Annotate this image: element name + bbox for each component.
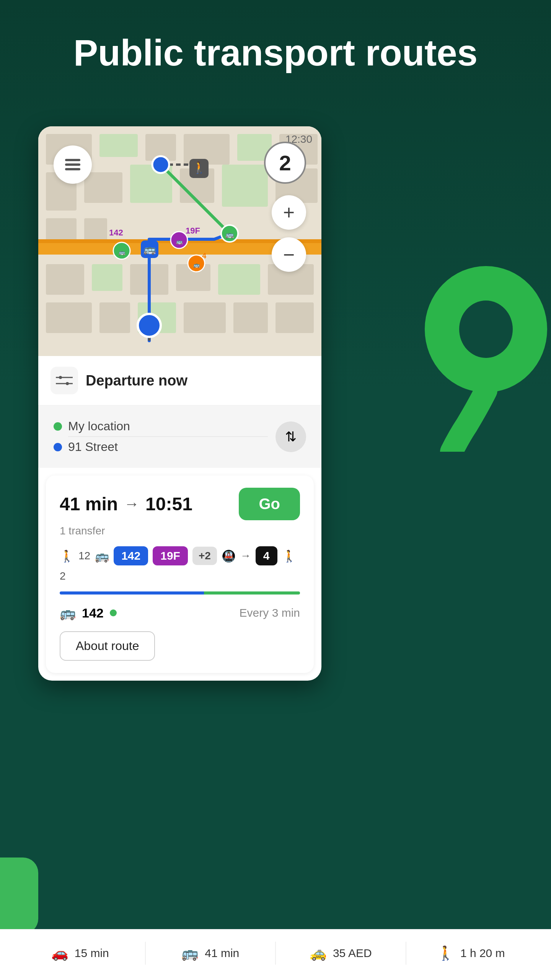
walk-minutes-2: 2 — [60, 570, 66, 582]
route-count-badge[interactable]: 2 — [264, 142, 306, 184]
from-label: My location — [68, 419, 130, 433]
svg-point-50 — [138, 314, 161, 337]
zoom-in-button[interactable]: + — [272, 195, 306, 230]
route-steps: 🚶 12 🚌 142 19F +2 🚇 → 4 🚶 2 — [60, 546, 300, 582]
filter-icon — [56, 372, 73, 389]
to-label: 91 Street — [68, 440, 118, 454]
bus-frequency: Every 3 min — [240, 606, 300, 619]
page-title: Public transport routes — [8, 31, 543, 75]
svg-text:🚌: 🚌 — [193, 262, 200, 268]
svg-point-34 — [152, 156, 169, 173]
svg-text:142: 142 — [109, 228, 123, 237]
zoom-out-button[interactable]: − — [272, 237, 306, 272]
map-area[interactable]: 🚶 🚌 🚌 142 🚌 19F 🚌 4 🚌 — [38, 126, 321, 356]
progress-green — [204, 591, 300, 595]
svg-rect-20 — [92, 264, 122, 291]
svg-rect-51 — [65, 159, 80, 161]
main-card: 🚶 🚌 🚌 142 🚌 19F 🚌 4 🚌 — [38, 126, 321, 681]
bus-info-row: 🚌 142 Every 3 min — [60, 605, 300, 621]
svg-rect-4 — [99, 134, 138, 157]
from-dot — [54, 422, 62, 431]
svg-rect-53 — [65, 168, 80, 170]
about-route-button[interactable]: About route — [60, 631, 155, 661]
bottom-nav: 🚗 15 min 🚌 41 min 🚕 35 AED 🚶 1 h 20 m — [0, 929, 551, 980]
nav-walk[interactable]: 🚶 1 h 20 m — [406, 945, 536, 961]
svg-text:🚶: 🚶 — [192, 161, 207, 175]
svg-rect-15 — [46, 218, 77, 241]
svg-rect-10 — [84, 172, 122, 203]
walk-time: 1 h 20 m — [460, 947, 505, 960]
svg-text:🚌: 🚌 — [143, 243, 156, 255]
walk-icon-2: 🚶 — [282, 549, 296, 563]
svg-rect-29 — [233, 302, 268, 333]
route-arrow: → — [124, 495, 139, 513]
svg-rect-25 — [46, 302, 92, 333]
svg-rect-26 — [99, 302, 130, 333]
svg-rect-13 — [222, 165, 268, 207]
location-row: My location 91 Street ⇅ — [38, 405, 321, 468]
progress-blue — [60, 591, 204, 595]
taxi-cost: 35 AED — [333, 947, 372, 960]
location-to[interactable]: 91 Street — [54, 437, 268, 457]
svg-text:19F: 19F — [186, 226, 200, 235]
green-squiggle-decoration — [0, 858, 38, 934]
nav-car[interactable]: 🚗 15 min — [15, 945, 145, 961]
location-from[interactable]: My location — [54, 416, 268, 436]
location-info: My location 91 Street — [54, 416, 268, 457]
bus-icon-info: 🚌 — [60, 605, 76, 621]
duration-value: 41 min — [60, 493, 118, 514]
bus-badge-142: 142 — [114, 546, 148, 565]
route-duration: 41 min → 10:51 — [60, 493, 192, 514]
green-pin-decoration — [406, 253, 551, 452]
departure-label[interactable]: Departure now — [86, 372, 187, 389]
svg-text:🚌: 🚌 — [119, 249, 126, 256]
map-layer-button[interactable] — [54, 145, 92, 184]
bus-line-number: 142 — [82, 606, 104, 621]
svg-rect-16 — [84, 218, 107, 241]
go-button[interactable]: Go — [239, 488, 300, 520]
route-arrival: 10:51 — [145, 493, 192, 514]
svg-rect-30 — [276, 302, 314, 333]
plus-more-badge: +2 — [192, 547, 217, 565]
svg-rect-28 — [184, 302, 226, 333]
filter-button[interactable] — [51, 367, 78, 394]
bus-icon-nav: 🚌 — [181, 945, 199, 961]
bus-badge-4: 4 — [256, 546, 277, 565]
swap-locations-button[interactable]: ⇅ — [276, 421, 306, 452]
bus-icon-1: 🚌 — [95, 549, 109, 563]
layers-icon — [63, 155, 82, 174]
car-icon: 🚗 — [51, 945, 68, 961]
to-dot — [54, 443, 62, 451]
car-time: 15 min — [75, 947, 109, 960]
bus-active-dot — [110, 609, 117, 616]
page-header: Public transport routes — [0, 0, 551, 90]
departure-bar: Departure now — [38, 356, 321, 405]
walk-minutes-1: 12 — [78, 550, 90, 562]
bus-info-left: 🚌 142 — [60, 605, 117, 621]
svg-point-57 — [66, 382, 69, 385]
route-time-row: 41 min → 10:51 Go — [60, 488, 300, 520]
route-progress-bar — [60, 591, 300, 595]
walk-icon-nav: 🚶 — [437, 945, 454, 961]
bus-badge-19f: 19F — [153, 546, 188, 565]
taxi-icon: 🚕 — [310, 945, 327, 961]
svg-point-1 — [459, 301, 513, 358]
nav-taxi[interactable]: 🚕 35 AED — [276, 945, 406, 961]
svg-point-54 — [59, 376, 62, 379]
svg-rect-19 — [46, 264, 84, 295]
route-card: 41 min → 10:51 Go 1 transfer 🚶 12 🚌 142 … — [46, 475, 314, 673]
svg-rect-52 — [65, 163, 80, 166]
subway-icon: 🚇 — [222, 549, 236, 563]
svg-text:🚌: 🚌 — [225, 230, 234, 239]
swap-icon: ⇅ — [285, 429, 297, 445]
route-transfer: 1 transfer — [60, 525, 300, 537]
svg-rect-23 — [218, 264, 260, 295]
step-arrow: → — [240, 550, 251, 562]
bus-time: 41 min — [205, 947, 239, 960]
walk-icon-1: 🚶 — [60, 549, 74, 563]
nav-bus[interactable]: 🚌 41 min — [146, 945, 276, 961]
svg-text:🚌: 🚌 — [176, 238, 183, 245]
